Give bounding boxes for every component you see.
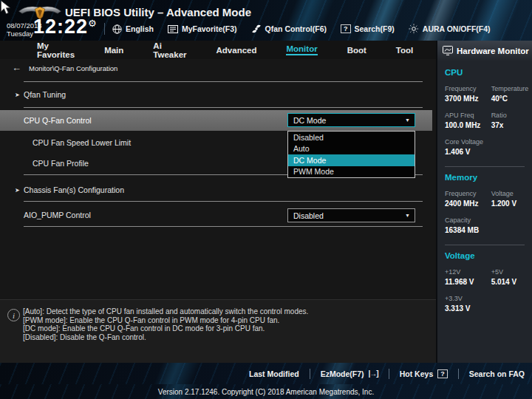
fan-icon: [251, 24, 262, 34]
search-question-icon: ?: [341, 24, 351, 33]
ratio-label: Ratio: [491, 112, 525, 119]
footer-divider: [389, 369, 389, 379]
apu-freq-value: 100.0 MHz: [445, 121, 491, 129]
ezmode-label: EzMode(F7): [321, 369, 364, 378]
aio-pump-control-label: AIO_PUMP Control: [24, 211, 91, 219]
memory-frequency-label: Frequency: [445, 190, 491, 197]
memory-frequency-value: 2400 MHz: [445, 200, 491, 208]
aio-pump-control-value: Disabled: [293, 211, 324, 220]
myfavorite-icon: [168, 25, 178, 33]
aura-label: AURA ON/OFF(F4): [423, 24, 491, 33]
cpu-fan-speed-lower-limit-label: CPU Fan Speed Lower Limit: [33, 138, 131, 147]
separator: [24, 81, 423, 82]
dropdown-arrow-icon: ▼: [405, 117, 410, 123]
myfavorite-label: MyFavorite(F3): [182, 24, 237, 33]
memory-capacity-value: 16384 MB: [445, 226, 491, 234]
main-column: My Favorites Main Ai Tweaker Advanced Mo…: [0, 41, 436, 363]
help-line: [Auto]: Detect the type of CPU fan insta…: [23, 307, 308, 316]
language-selector[interactable]: English: [112, 24, 154, 34]
search-on-faq-label: Search on FAQ: [469, 369, 525, 378]
myfavorite-button[interactable]: MyFavorite(F3): [168, 24, 237, 33]
hardware-monitor-header: Hardware Monitor: [437, 41, 532, 61]
ratio-value: 37x: [491, 121, 525, 129]
help-line: [DC mode]: Enable the CPU Q-Fan control …: [23, 324, 308, 333]
cpu-frequency-value: 3700 MHz: [445, 95, 491, 103]
dropdown-arrow-icon: ▼: [405, 213, 410, 218]
core-voltage-value: 1.406 V: [445, 148, 491, 156]
aura-toggle-button[interactable]: AURA ON/OFF(F4): [409, 24, 491, 34]
help-line: [PWM mode]: Enable the CPU Q-Fan control…: [23, 316, 308, 325]
cpu-section-heading: CPU: [445, 68, 525, 77]
tab-my-favorites[interactable]: My Favorites: [22, 41, 89, 59]
qfan-tuning-label: Qfan Tuning: [24, 90, 66, 99]
sidebar-separator: [445, 166, 525, 167]
chassis-fan-configuration-item[interactable]: ➤ Chassis Fan(s) Configuration: [0, 182, 432, 198]
tab-boot[interactable]: Boot: [332, 41, 381, 59]
aura-led-icon: [409, 24, 419, 34]
v33-value: 3.313 V: [445, 304, 491, 313]
globe-icon: [112, 24, 122, 34]
cpu-temperature-label: Temperature: [491, 85, 525, 92]
apu-freq-label: APU Freq: [445, 112, 491, 119]
v5-label: +5V: [491, 268, 525, 276]
search-label: Search(F9): [355, 24, 395, 33]
dropdown-option-dc-mode[interactable]: DC Mode: [288, 154, 415, 166]
info-icon: i: [7, 309, 20, 321]
last-modified-label: Last Modified: [249, 369, 299, 378]
footer-bar: Last Modified EzMode(F7) |→] Hot Keys ? …: [0, 363, 532, 384]
back-arrow-icon[interactable]: ←: [12, 64, 21, 72]
cpu-frequency-label: Frequency: [445, 85, 491, 92]
qfan-tuning-item[interactable]: ➤ Qfan Tuning: [0, 86, 432, 103]
search-on-faq-button[interactable]: Search on FAQ: [469, 369, 525, 378]
ezmode-button[interactable]: EzMode(F7) |→]: [321, 369, 378, 378]
qfan-control-button[interactable]: Qfan Control(F6): [251, 24, 327, 34]
version-text: Version 2.17.1246. Copyright (C) 2018 Am…: [158, 388, 374, 396]
main-menu-bar: My Favorites Main Ai Tweaker Advanced Mo…: [0, 41, 436, 59]
app-title: UEFI BIOS Utility – Advanced Mode: [65, 6, 251, 18]
cpu-qfan-control-select[interactable]: DC Mode ▼: [287, 113, 415, 127]
voltage-section-heading: Voltage: [445, 251, 525, 260]
top-header: UEFI BIOS Utility – Advanced Mode 08/07/…: [0, 0, 532, 41]
dropdown-option-auto[interactable]: Auto: [288, 143, 415, 155]
tab-main[interactable]: Main: [89, 41, 138, 59]
dropdown-option-disabled[interactable]: Disabled: [288, 132, 415, 143]
memory-capacity-label: Capacity: [445, 216, 491, 224]
tab-monitor[interactable]: Monitor: [271, 41, 332, 59]
tab-tool[interactable]: Tool: [381, 41, 428, 59]
cpu-fan-profile-label: CPU Fan Profile: [33, 159, 89, 168]
v5-value: 5.014 V: [491, 278, 525, 286]
help-line: [Disabled]: Disable the Q-Fan control.: [23, 333, 308, 342]
ezmode-switch-icon: |→]: [369, 369, 378, 378]
help-text: [Auto]: Detect the type of CPU fan insta…: [23, 307, 308, 341]
memory-section-heading: Memory: [445, 173, 525, 182]
breadcrumb[interactable]: ← Monitor\Q-Fan Configuration: [12, 64, 117, 72]
cpu-qfan-control-value: DC Mode: [293, 116, 326, 125]
header-divider: [104, 23, 105, 35]
clock-settings-gear-icon[interactable]: ⚙: [88, 18, 97, 29]
hot-keys-button[interactable]: Hot Keys ?: [400, 369, 448, 378]
dropdown-option-pwm-mode[interactable]: PWM Mode: [288, 166, 415, 178]
hardware-monitor-body: CPU Frequency3700 MHz Temperature40°C AP…: [437, 61, 532, 321]
search-button[interactable]: ? Search(F9): [341, 24, 395, 33]
v33-label: +3.3V: [445, 295, 491, 302]
settings-panel: ← Monitor\Q-Fan Configuration ➤ Qfan Tun…: [0, 59, 436, 299]
sidebar-separator: [445, 245, 525, 245]
mouse-cursor: [0, 0, 11, 16]
separator: [24, 226, 423, 227]
cpu-qfan-control-row[interactable]: CPU Q-Fan Control DC Mode ▼: [0, 110, 432, 131]
aio-pump-control-row[interactable]: AIO_PUMP Control Disabled ▼: [0, 207, 432, 223]
aio-pump-control-select[interactable]: Disabled ▼: [287, 208, 415, 222]
memory-voltage-value: 1.200 V: [491, 200, 525, 208]
footer-divider: [458, 369, 459, 379]
core-voltage-label: Core Voltage: [445, 138, 491, 146]
cpu-qfan-control-label: CPU Q-Fan Control: [24, 116, 92, 125]
tab-advanced[interactable]: Advanced: [202, 41, 272, 59]
clock-display: 12:22: [33, 16, 88, 38]
memory-voltage-label: Voltage: [491, 190, 525, 197]
memory-readings: Frequency2400 MHz Voltage1.200 V Capacit…: [445, 190, 525, 243]
hot-keys-label: Hot Keys: [400, 369, 434, 378]
tab-ai-tweaker[interactable]: Ai Tweaker: [138, 41, 201, 59]
last-modified-button[interactable]: Last Modified: [249, 369, 299, 378]
hardware-monitor-sidebar: Hardware Monitor CPU Frequency3700 MHz T…: [436, 41, 532, 363]
v12-label: +12V: [445, 268, 491, 276]
